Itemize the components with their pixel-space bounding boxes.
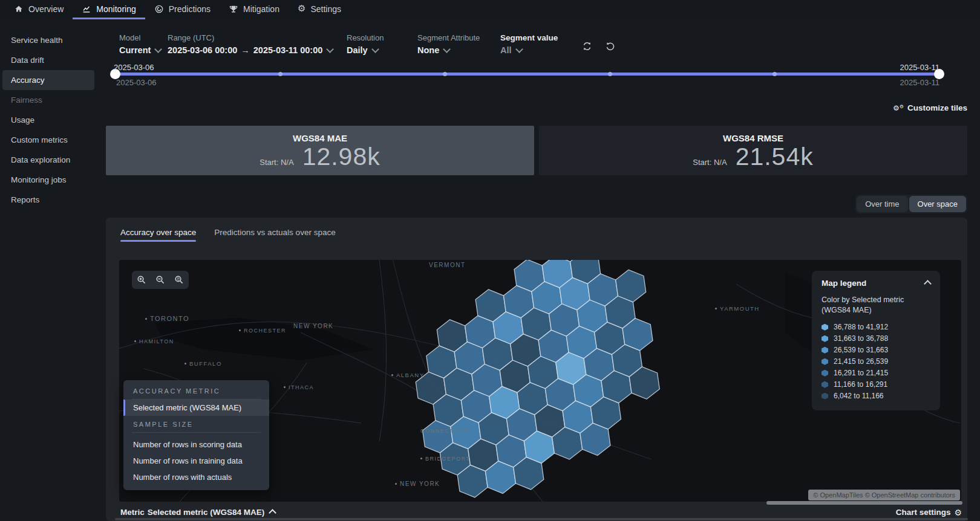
legend-entry: 11,166 to 16,291 [822, 379, 930, 390]
view-toggle: Over time Over space [855, 195, 967, 213]
dropdown-group-header: SAMPLE SIZE [123, 416, 269, 432]
nav-label: Predictions [169, 4, 211, 14]
chevron-up-icon[interactable] [924, 280, 932, 288]
tile-metric-value: 21.54k [736, 144, 814, 169]
timeline-tick [443, 72, 447, 76]
arrow-right-icon: → [237, 45, 253, 55]
segment-value-value[interactable]: All [500, 45, 558, 55]
toggle-over-time[interactable]: Over time [857, 196, 907, 212]
legend-entry: 36,788 to 41,912 [822, 322, 930, 333]
legend-swatch [822, 393, 828, 400]
resolution-value[interactable]: Daily [347, 45, 384, 55]
sidebar-item-accuracy[interactable]: Accuracy [2, 70, 94, 90]
metric-tiles: WGS84 MAE Start: N/A 12.98k WGS84 RMSE S… [106, 126, 967, 175]
map-zoom-controls [132, 271, 189, 289]
zoom-out-icon[interactable] [155, 275, 165, 285]
timeline-tick [773, 72, 777, 76]
resolution-selector: Resolution Daily [347, 33, 384, 55]
dropdown-item-selected-metric[interactable]: Selected metric (WGS84 MAE) [123, 400, 269, 416]
map-legend-title: Map legend [822, 279, 866, 288]
sidebar-item-data-exploration[interactable]: Data exploration [2, 150, 94, 170]
map-place-label: ITHACA [284, 384, 314, 390]
zoom-in-icon[interactable] [137, 275, 146, 285]
map-place-label: ALBANY [391, 372, 425, 378]
sidebar-item-data-drift[interactable]: Data drift [2, 50, 94, 70]
legend-entry: 21,415 to 26,539 [822, 356, 930, 367]
tile-title: WGS84 MAE [106, 133, 534, 143]
metric-current-value: Selected metric (WGS84 MAE) [148, 508, 265, 517]
lake-shape [155, 318, 373, 360]
map-place-label: TORONTO [145, 315, 189, 322]
zoom-reset-icon[interactable] [174, 275, 184, 285]
refresh-button[interactable] [582, 41, 592, 54]
trophy-icon [229, 4, 238, 14]
chevron-up-icon [269, 509, 276, 517]
sidebar-item-service-health[interactable]: Service health [2, 30, 94, 50]
chart-tabs: Accuracy over space Predictions vs actua… [120, 228, 336, 241]
segment-attribute-label: Segment Attribute [417, 33, 480, 42]
map-place-label: HAMILTON [134, 338, 174, 345]
map-place-label: VERMONT [429, 262, 466, 268]
nav-label: Mitigation [243, 4, 279, 14]
sidebar-item-monitoring-jobs[interactable]: Monitoring jobs [2, 170, 94, 190]
segment-attribute-value[interactable]: None [417, 45, 480, 55]
chart-settings-button[interactable]: Chart settings ⚙ [896, 508, 962, 517]
chevron-down-icon [326, 45, 334, 53]
legend-swatch [822, 358, 828, 365]
toggle-over-space[interactable]: Over space [909, 196, 966, 212]
tile-wgs84-mae[interactable]: WGS84 MAE Start: N/A 12.98k [106, 126, 534, 175]
range-label: Range (UTC) [168, 33, 333, 42]
sidebar-item-usage[interactable]: Usage [2, 110, 94, 130]
segment-value-label: Segment value [500, 33, 558, 42]
sidebar-item-reports[interactable]: Reports [2, 190, 94, 210]
nav-overview[interactable]: Overview [5, 0, 73, 19]
dropdown-item-rows-actuals[interactable]: Number of rows with actuals [123, 469, 269, 485]
tile-start-value: Start: N/A [693, 158, 727, 167]
horizontal-scrollbar-track[interactable] [115, 518, 968, 520]
top-navbar: Overview Monitoring Predictions Mitigati… [0, 0, 980, 19]
dropdown-item-rows-training[interactable]: Number of rows in training data [123, 453, 269, 469]
gear-icon: ⚙ [954, 508, 962, 517]
line-chart-icon [82, 4, 91, 14]
home-icon [14, 4, 24, 14]
map-legend-subtitle: Color by Selected metric (WGS84 MAE) [822, 295, 924, 316]
tab-accuracy-over-space[interactable]: Accuracy over space [120, 228, 196, 241]
customize-tiles-button[interactable]: ⚙⚙ Customize tiles [893, 103, 967, 112]
map-place-label: BRIDGEPORT [420, 456, 470, 462]
chevron-down-icon [155, 45, 163, 53]
sidebar-item-custom-metrics[interactable]: Custom metrics [2, 130, 94, 150]
timeline-end-label-bottom: 2025-03-11 [900, 78, 939, 87]
horizontal-scrollbar-thumb[interactable] [766, 501, 962, 505]
map-legend: Map legend Color by Selected metric (WGS… [812, 271, 940, 410]
reset-button[interactable] [605, 41, 615, 54]
legend-entry: 31,663 to 36,788 [822, 333, 930, 345]
map-place-label: ROCHESTER [239, 328, 286, 334]
gears-icon: ⚙⚙ [893, 104, 904, 112]
dropdown-group-header: ACCURACY METRIC [123, 380, 269, 399]
nav-mitigation[interactable]: Mitigation [220, 0, 289, 19]
chevron-down-icon [443, 45, 451, 53]
nav-settings[interactable]: ⚙ Settings [289, 0, 350, 19]
timeline-end-label-top: 2025-03-11 [900, 63, 939, 72]
tile-start-value: Start: N/A [260, 158, 293, 167]
nav-predictions[interactable]: Predictions [145, 0, 220, 19]
monitoring-dashboard: Overview Monitoring Predictions Mitigati… [0, 0, 980, 521]
range-value[interactable]: 2025-03-06 00:00 → 2025-03-11 00:00 [168, 45, 333, 55]
model-value[interactable]: Current [119, 45, 161, 55]
map-place-label: NEW YORK [395, 481, 440, 487]
range-start: 2025-03-06 00:00 [168, 45, 237, 55]
tile-wgs84-rmse[interactable]: WGS84 RMSE Start: N/A 21.54k [539, 126, 967, 175]
timeline-tick [278, 72, 283, 76]
dropdown-item-rows-scoring[interactable]: Number of rows in scoring data [123, 436, 269, 453]
tab-predictions-vs-actuals[interactable]: Predictions vs actuals over space [214, 228, 335, 241]
nav-label: Settings [310, 4, 341, 14]
nav-monitoring[interactable]: Monitoring [73, 0, 145, 19]
sidebar-item-fairness[interactable]: Fairness [2, 90, 94, 110]
refresh-icon [582, 41, 592, 51]
divider [132, 432, 261, 433]
timeline-tick [608, 72, 612, 76]
model-label: Model [119, 33, 161, 42]
timeline-slider-track[interactable] [115, 73, 939, 76]
map-attribution: © OpenMapTiles © OpenStreetMap contribut… [808, 490, 960, 500]
metric-selector-trigger[interactable]: Metric Selected metric (WGS84 MAE) [120, 508, 275, 517]
